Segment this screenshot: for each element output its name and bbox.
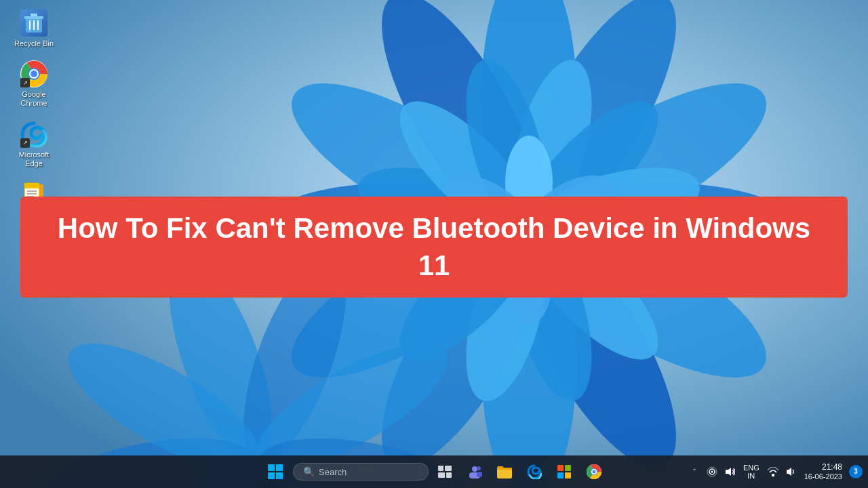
windows-logo-icon <box>268 464 283 479</box>
clock-area[interactable]: 21:48 16-06-2023 <box>802 461 845 483</box>
file-explorer-icon <box>497 465 512 479</box>
svg-rect-58 <box>276 464 283 471</box>
chrome-taskbar-icon <box>587 464 601 479</box>
recycle-bin-icon[interactable]: Recycle Bin <box>7 7 61 51</box>
edge-taskbar-button[interactable] <box>521 458 548 485</box>
tray-chevron-button[interactable]: ⌃ <box>688 465 701 479</box>
speaker-tray-icon[interactable] <box>723 465 736 479</box>
svg-rect-70 <box>557 465 564 471</box>
chrome-taskbar-button[interactable] <box>580 458 608 485</box>
svg-rect-68 <box>477 472 482 477</box>
svg-rect-43 <box>31 14 37 16</box>
svg-point-77 <box>593 470 596 474</box>
file-explorer-button[interactable] <box>491 458 518 485</box>
microsoft-edge-icon[interactable]: ↗ Microsoft Edge <box>7 118 61 171</box>
speaker-status-icon[interactable] <box>784 465 797 479</box>
store-button[interactable] <box>551 458 578 485</box>
desktop-icons: Recycle Bin ↗ Google Chrome <box>7 7 61 222</box>
teams-button[interactable] <box>461 458 488 485</box>
speaker-icon <box>724 466 735 477</box>
network-icon <box>707 466 717 477</box>
task-view-button[interactable] <box>431 458 458 485</box>
task-view-icon <box>438 466 452 478</box>
svg-rect-61 <box>438 466 443 471</box>
teams-icon <box>467 464 483 480</box>
edge-image: ↗ <box>20 121 47 148</box>
chrome-label: Google Chrome <box>9 90 58 108</box>
chrome-image: ↗ <box>20 60 47 87</box>
recycle-bin-label: Recycle Bin <box>14 39 54 48</box>
edge-label: Microsoft Edge <box>9 150 58 168</box>
svg-point-65 <box>472 466 477 472</box>
taskbar-center: 🔍 Search <box>260 458 608 485</box>
clock-date: 16-06-2023 <box>804 472 842 481</box>
volume-icon <box>785 466 796 477</box>
store-icon <box>557 464 572 479</box>
search-label: Search <box>319 467 347 477</box>
svg-rect-72 <box>557 472 564 479</box>
svg-rect-42 <box>24 16 43 19</box>
title-text: How To Fix Can't Remove Bluetooth Device… <box>47 210 821 284</box>
notification-count: 3 <box>854 468 858 475</box>
edge-taskbar-icon <box>527 464 542 479</box>
wifi-icon <box>767 467 779 476</box>
network-status-icon[interactable] <box>766 465 780 479</box>
svg-rect-60 <box>276 472 283 479</box>
svg-point-50 <box>31 70 37 77</box>
shortcut-arrow: ↗ <box>20 78 30 87</box>
clock-time: 21:48 <box>822 462 842 472</box>
language-indicator[interactable]: ENG IN <box>741 465 762 479</box>
svg-point-66 <box>477 466 481 470</box>
search-bar[interactable]: 🔍 Search <box>293 463 429 481</box>
search-icon: 🔍 <box>303 466 315 477</box>
svg-rect-63 <box>438 472 445 478</box>
svg-rect-64 <box>446 472 452 478</box>
language-text: ENG IN <box>743 464 760 480</box>
svg-rect-62 <box>445 466 452 471</box>
taskbar-right: ⌃ ENG IN <box>688 461 863 483</box>
svg-rect-81 <box>772 474 774 476</box>
title-banner: How To Fix Can't Remove Bluetooth Device… <box>20 197 848 298</box>
google-chrome-icon[interactable]: ↗ Google Chrome <box>7 58 61 110</box>
desktop: Recycle Bin ↗ Google Chrome <box>0 0 868 488</box>
svg-rect-52 <box>24 183 39 188</box>
svg-rect-71 <box>565 465 571 471</box>
recycle-bin-image <box>20 9 47 37</box>
notification-badge[interactable]: 3 <box>849 465 863 479</box>
svg-rect-73 <box>565 472 571 479</box>
network-tray-icon[interactable] <box>705 465 719 479</box>
edge-shortcut-arrow: ↗ <box>20 138 30 148</box>
svg-point-80 <box>711 470 713 472</box>
start-button[interactable] <box>260 458 290 485</box>
svg-rect-59 <box>268 472 275 479</box>
taskbar: 🔍 Search <box>0 455 868 488</box>
svg-rect-57 <box>268 464 275 471</box>
